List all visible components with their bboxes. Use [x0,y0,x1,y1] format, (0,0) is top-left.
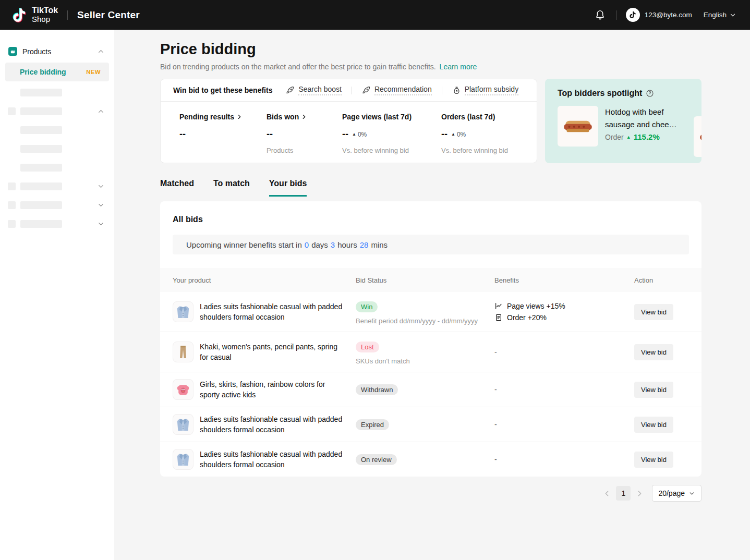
view-bid-button[interactable]: View bid [634,304,673,320]
all-bids-card: All bids Upcoming winner benefits start … [160,201,701,477]
chip-divider [352,87,352,94]
benefit-text: Page views +15% [507,302,565,310]
column-header-action: Action [634,276,689,284]
sidebar-skeleton-item [20,145,62,153]
sidebar: Products Price bidding NEW [0,30,114,560]
product-name: Khaki, women's pants, pencil pants, spri… [200,342,347,362]
stat-pending-results: Pending results -- [179,113,267,154]
spotlight-product-image[interactable] [558,106,598,147]
chevron-up-icon [97,107,105,115]
tab-your-bids[interactable]: Your bids [269,179,307,197]
stat-sub: Vs. before winning bid [441,147,508,154]
hotdog-image [562,110,594,142]
skeleton-label [20,107,62,115]
countdown-banner: Upcoming winner benefits start in 0 days… [173,235,689,254]
spotlight-title: Top bidders spotlight [558,89,642,98]
stat-sub: Vs. before winning bid [342,147,441,154]
chevron-down-icon [729,11,736,19]
benefits-bar-title: Win bid to get these benefits [173,86,272,94]
table-row: Ladies suits fashionable casual with pad… [160,442,701,477]
hotdog-image [698,120,701,153]
sidebar-skeleton-item [20,164,62,172]
rocket-icon [286,86,295,95]
view-bid-button[interactable]: View bid [634,382,673,398]
brand-name-line1: TikTok [32,6,58,15]
table-row: Khaki, women's pants, pencil pants, spri… [160,332,701,372]
view-bid-button[interactable]: View bid [634,344,673,360]
product-thumbnail-blazer [173,449,193,470]
chevron-down-icon [97,201,105,209]
arrow-up-icon: ▲ [451,132,455,137]
sidebar-skeleton-group[interactable] [0,182,114,190]
tab-matched[interactable]: Matched [160,179,194,197]
benefits-empty: - [494,420,497,429]
pagination-page-1[interactable]: 1 [616,486,631,501]
stat-sub: Products [267,147,342,154]
main-content: Price bidding Bid on trending products o… [114,30,750,560]
product-name: Ladies suits fashionable casual with pad… [200,414,347,435]
sidebar-item-products[interactable]: Products [0,47,114,56]
benefit-chip-platform-subsidy[interactable]: Platform subsidy [452,85,518,95]
table-row: Ladies suits fashionable casual with pad… [160,407,701,442]
page-size-select[interactable]: 20/page [652,485,701,502]
pagination-next-icon[interactable] [635,489,644,498]
spotlight-metric-label: Order [605,133,624,141]
spotlight-next-product-image[interactable] [694,116,701,157]
bids-won-link[interactable]: Bids won [267,113,342,121]
benefit-chip-label: Recommendation [374,85,432,95]
view-bid-button[interactable]: View bid [634,417,673,433]
stat-value: -- [179,129,267,140]
benefit-chip-search-boost[interactable]: Search boost [286,85,342,95]
stat-delta-value: 0% [358,131,367,138]
column-header-your-product: Your product [173,276,356,284]
chevron-right-icon [300,113,308,120]
page-subtitle: Bid on trending products on the market a… [160,63,750,71]
product-thumbnail-sweater [173,379,193,400]
status-badge-on-review: On review [356,454,397,465]
order-list-icon [494,313,503,322]
stat-delta: ▲0% [352,131,367,138]
benefit-page-views: Page views +15% [494,302,634,310]
benefit-chip-recommendation[interactable]: Recommendation [362,85,432,95]
product-title: Seller Center [77,9,140,21]
language-selector[interactable]: English [704,11,736,19]
benefit-order: Order +20% [494,313,634,322]
sidebar-skeleton-group[interactable] [0,107,114,115]
banner-mins-value: 28 [360,240,369,249]
pending-results-link[interactable]: Pending results [179,113,267,121]
pagination-prev-icon[interactable] [602,489,611,498]
skeleton-icon [8,201,16,209]
view-bid-button[interactable]: View bid [634,452,673,468]
notifications-bell-icon[interactable] [594,9,607,21]
learn-more-link[interactable]: Learn more [440,63,477,71]
brand-name-line2: Shop [32,15,58,23]
help-circle-icon[interactable] [646,89,654,98]
banner-days-value: 0 [305,240,309,249]
chip-divider [442,87,442,94]
header-divider [616,10,616,20]
status-subtext: Benefit period dd/mm/yyyy - dd/mm/yyyy [356,317,494,325]
stat-label-row: Orders (last 7d) [441,113,508,121]
stat-bids-won: Bids won -- Products [267,113,342,154]
arrow-up-icon: ▲ [626,135,631,140]
stat-value: -- [342,129,348,140]
tiktok-note-icon [11,6,27,24]
product-name: Ladies suits fashionable casual with pad… [200,301,347,322]
sidebar-skeleton-group[interactable] [0,201,114,209]
top-header: TikTok Shop Seller Center 123@byte.com E… [0,0,750,30]
account-menu[interactable]: 123@byte.com [626,8,692,22]
tab-to-match[interactable]: To match [213,179,250,197]
table-row: Girls, skirts, fashion, rainbow colors f… [160,372,701,407]
column-header-benefits: Benefits [494,276,634,284]
sidebar-item-price-bidding[interactable]: Price bidding NEW [5,63,109,81]
chevron-down-icon [97,220,105,228]
account-email: 123@byte.com [645,11,692,19]
status-badge-win: Win [356,301,378,312]
tiktok-shop-logo[interactable]: TikTok Shop [11,6,58,24]
chevron-up-icon[interactable] [97,47,105,55]
stat-page-views: Page views (last 7d) -- ▲0% Vs. before w… [342,113,441,154]
sidebar-skeleton-group[interactable] [0,220,114,228]
table-header: Your product Bid Status Benefits Action [160,268,701,292]
rocket-icon [362,86,371,95]
skeleton-label [20,182,62,190]
